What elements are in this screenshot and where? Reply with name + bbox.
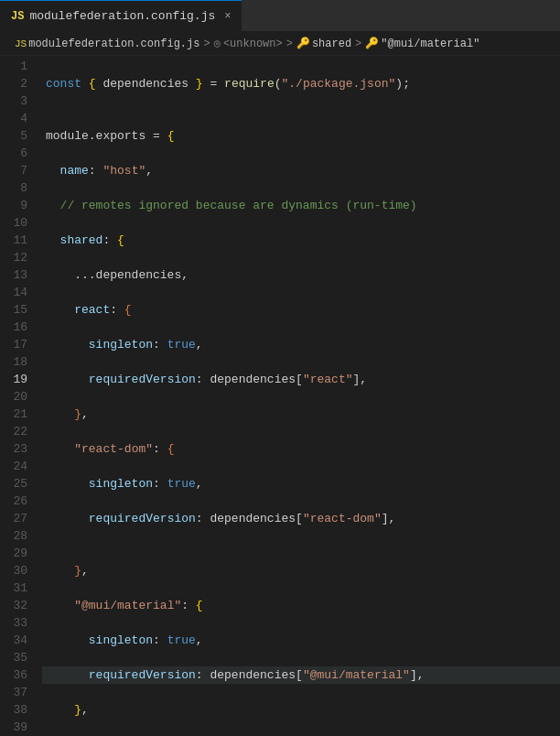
tab-label: modulefederation.config.js [29, 9, 215, 23]
code-line: }, [42, 701, 560, 719]
breadcrumb-sep3: > [355, 38, 361, 50]
breadcrumb-shared[interactable]: shared [312, 38, 351, 50]
code-line: }, [42, 406, 560, 423]
code-line: }, [42, 562, 560, 579]
code-area[interactable]: const { dependencies } = require("./pack… [42, 56, 560, 736]
breadcrumb-mui[interactable]: "@mui/material" [381, 38, 479, 50]
tab-bar: JS modulefederation.config.js × [0, 0, 560, 32]
code-line: requiredVersion: dependencies["react"], [42, 371, 560, 388]
code-line: "@mui/material": { [42, 597, 560, 614]
code-line: module.exports = { [42, 127, 560, 145]
breadcrumb-sep2: > [286, 38, 293, 50]
code-line: react: { [42, 301, 560, 319]
breadcrumb-file[interactable]: modulefederation.config.js [28, 38, 199, 50]
editor: 1 2 3 4 5 6 7 8 9 10 11 12 13 14 15 16 1… [0, 56, 560, 736]
code-line: requiredVersion: dependencies["react-dom… [42, 510, 560, 527]
breadcrumb-mui-icon: 🔑 [365, 37, 379, 50]
breadcrumb-sep1: > [203, 38, 210, 50]
tab-active[interactable]: JS modulefederation.config.js × [0, 0, 242, 31]
tab-icon: JS [11, 10, 24, 23]
tab-close-icon[interactable]: × [224, 10, 231, 23]
code-line: name: "host", [42, 162, 560, 179]
line-numbers: 1 2 3 4 5 6 7 8 9 10 11 12 13 14 15 16 1… [0, 56, 42, 736]
code-line: "react-dom": { [42, 440, 560, 458]
code-line: singleton: true, [42, 336, 560, 353]
breadcrumb-shared-icon: 🔑 [296, 37, 310, 50]
code-line: shared: { [42, 232, 560, 249]
code-line: singleton: true, [42, 475, 560, 492]
breadcrumb-unknown[interactable]: <unknown> [223, 38, 283, 50]
code-line: // remotes ignored because are dynamics … [42, 197, 560, 214]
code-line: const { dependencies } = require("./pack… [42, 75, 560, 92]
code-line: ...dependencies, [42, 266, 560, 284]
code-line: singleton: true, [42, 632, 560, 649]
breadcrumb-js-icon: JS [15, 38, 27, 49]
breadcrumb-unknown-icon: ◎ [214, 37, 221, 50]
code-line: requiredVersion: dependencies["@mui/mate… [42, 666, 560, 684]
breadcrumb: JS modulefederation.config.js > ◎ <unkno… [0, 32, 560, 56]
